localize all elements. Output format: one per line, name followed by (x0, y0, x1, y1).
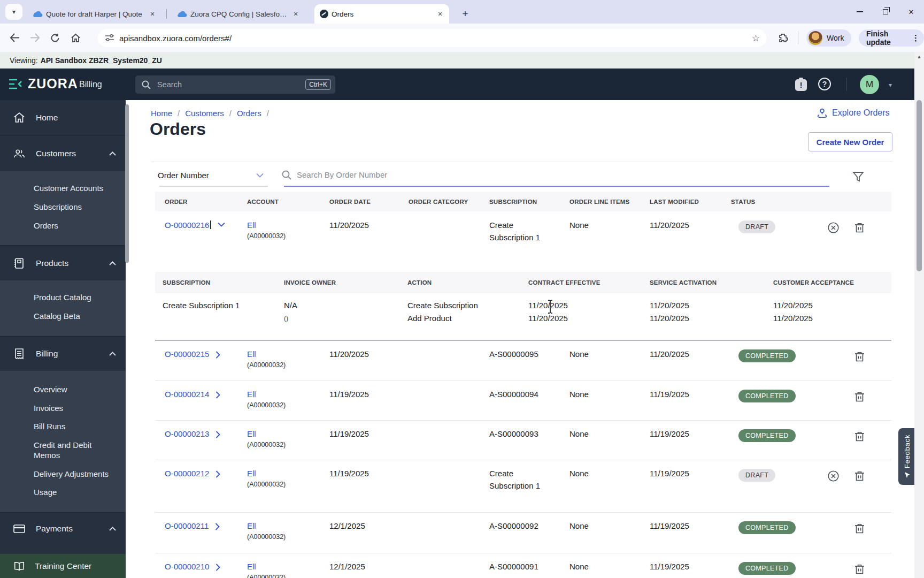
sidebar-item-product-catalog[interactable]: Product Catalog (0, 288, 126, 307)
tab-close-icon[interactable]: ✕ (291, 9, 301, 19)
table-row[interactable]: O-00000210 Ell (A00000032) 12/1/2025 A-S… (155, 553, 891, 578)
account-link[interactable]: Ell (247, 220, 256, 230)
chevron-right-icon[interactable] (215, 523, 220, 530)
filter-field-select[interactable]: Order Number (158, 171, 264, 180)
browser-tab-cpq[interactable]: Zuora CPQ Config | Salesforce ✕ (172, 4, 305, 24)
delete-order-icon[interactable] (854, 391, 865, 402)
window-restore-button[interactable] (873, 0, 898, 24)
window-close-button[interactable]: ✕ (898, 0, 924, 24)
order-link[interactable]: O-00000216 (165, 220, 209, 230)
table-row[interactable]: O-00000211 Ell (A00000032) 12/1/2025 A-S… (155, 513, 891, 553)
user-avatar[interactable]: M (860, 75, 879, 94)
table-row[interactable]: O-00000215 Ell (A00000032) 11/20/2025 A-… (155, 341, 891, 381)
table-row[interactable]: O-00000213 Ell (A00000032) 11/19/2025 A-… (155, 421, 891, 460)
table-row[interactable]: O-00000212 Ell (A00000032) 11/19/2025 Cr… (155, 460, 891, 513)
finish-update-button[interactable]: Finish update ⋮ (859, 29, 924, 47)
search-shortcut-badge: Ctrl+K (305, 79, 331, 90)
account-link[interactable]: Ell (247, 429, 256, 438)
reload-button[interactable] (45, 28, 65, 48)
sidebar-item-credit-debit-memos[interactable]: Credit and Debit Memos (0, 436, 112, 465)
browser-profile-chip[interactable]: Work (806, 29, 851, 47)
back-button[interactable] (4, 28, 25, 48)
create-new-order-button[interactable]: Create New Order (808, 132, 892, 151)
delete-order-icon[interactable] (854, 431, 865, 442)
sidebar-scrollbar[interactable] (125, 104, 129, 263)
star-icon[interactable]: ☆ (752, 33, 760, 44)
sidebar-item-payments[interactable]: Payments (0, 513, 126, 545)
account-link[interactable]: Ell (247, 521, 256, 530)
sidebar-item-training-center[interactable]: Training Center (0, 554, 126, 578)
sidebar-item-delivery-adjustments[interactable]: Delivery Adjustments (0, 465, 126, 484)
sidebar-item-orders[interactable]: Orders (0, 217, 126, 235)
column-header: STATUS (731, 199, 828, 205)
breadcrumb-orders[interactable]: Orders (237, 109, 261, 118)
browser-tab-orders[interactable]: Orders ✕ (314, 4, 449, 24)
delete-order-icon[interactable] (854, 523, 865, 534)
global-search-input[interactable] (156, 80, 305, 89)
order-link[interactable]: O-00000213 (165, 429, 209, 438)
chevron-right-icon[interactable] (215, 470, 220, 478)
breadcrumb-home[interactable]: Home (151, 109, 172, 118)
account-link[interactable]: Ell (247, 349, 256, 359)
home-button[interactable] (65, 28, 86, 48)
order-link[interactable]: O-00000214 (165, 390, 209, 399)
scroll-up-icon[interactable]: ▲ (914, 54, 924, 59)
new-tab-button[interactable]: + (458, 6, 473, 21)
subscription: Subscription 1 (489, 481, 569, 490)
sidebar-collapse-icon[interactable] (9, 78, 22, 90)
account-link[interactable]: Ell (247, 390, 256, 399)
cancel-order-icon[interactable] (828, 470, 839, 482)
sidebar-item-customers[interactable]: Customers (0, 136, 126, 171)
delete-order-icon[interactable] (854, 564, 865, 575)
breadcrumb-customers[interactable]: Customers (185, 109, 224, 118)
scrollbar-thumb[interactable] (917, 100, 922, 271)
browser-menu-icon[interactable]: ⋮ (912, 33, 920, 43)
sidebar-item-usage[interactable]: Usage (0, 483, 126, 502)
forward-button[interactable] (25, 28, 45, 48)
page-scrollbar[interactable]: ▲ (914, 52, 924, 578)
sidebar-item-subscriptions[interactable]: Subscriptions (0, 198, 126, 217)
delete-order-icon[interactable] (854, 470, 865, 482)
chevron-right-icon[interactable] (215, 564, 220, 571)
window-minimize-button[interactable] (847, 0, 873, 24)
tab-close-icon[interactable]: ✕ (148, 9, 157, 19)
order-search[interactable] (282, 170, 828, 180)
url-bar[interactable]: apisandbox.zuora.com/orders#/ ☆ (98, 29, 766, 47)
tab-search-button[interactable]: ▾ (5, 4, 22, 20)
sidebar-item-overview[interactable]: Overview (0, 381, 126, 399)
global-search[interactable]: Ctrl+K (135, 75, 335, 94)
explore-orders-link[interactable]: Explore Orders (817, 108, 890, 118)
filter-funnel-icon[interactable] (852, 170, 865, 183)
chevron-right-icon[interactable] (215, 391, 220, 399)
table-row[interactable]: O-00000214 Ell (A00000032) 11/19/2025 A-… (155, 381, 891, 421)
sidebar-item-customer-accounts[interactable]: Customer Accounts (0, 179, 126, 198)
feedback-tab[interactable]: Feedback (898, 428, 915, 485)
sidebar-item-invoices[interactable]: Invoices (0, 399, 126, 418)
notifications-button[interactable]: ! (795, 78, 807, 91)
order-link[interactable]: O-00000215 (165, 349, 209, 359)
chevron-right-icon[interactable] (215, 431, 220, 438)
order-link[interactable]: O-00000212 (165, 469, 209, 478)
delete-order-icon[interactable] (854, 351, 865, 362)
cancel-order-icon[interactable] (828, 222, 839, 233)
tab-close-icon[interactable]: ✕ (435, 9, 445, 19)
order-link[interactable]: O-00000210 (165, 562, 209, 571)
sidebar-item-billing[interactable]: Billing (0, 337, 126, 371)
user-menu-caret-icon[interactable]: ▾ (889, 81, 892, 89)
account-link[interactable]: Ell (247, 469, 256, 478)
help-button[interactable]: ? (818, 78, 831, 90)
sidebar-item-catalog-beta[interactable]: Catalog Beta (0, 307, 126, 326)
order-search-input[interactable] (296, 170, 798, 180)
sidebar-item-home[interactable]: Home (0, 100, 126, 135)
table-row[interactable]: O-00000216 Ell (A00000032) 11/20/2025 Cr… (155, 211, 891, 272)
extensions-button[interactable] (773, 28, 794, 48)
browser-tab-quote[interactable]: Quote for draft Harper | Quote ✕ (28, 4, 161, 24)
order-link[interactable]: O-00000211 (165, 521, 209, 530)
account-link[interactable]: Ell (247, 562, 256, 571)
delete-order-icon[interactable] (854, 222, 865, 233)
sidebar-item-bill-runs[interactable]: Bill Runs (0, 417, 126, 436)
chevron-down-icon[interactable] (218, 222, 225, 227)
chevron-right-icon[interactable] (215, 351, 220, 359)
order-date: 12/1/2025 (329, 562, 409, 578)
sidebar-item-products[interactable]: Products (0, 246, 126, 280)
